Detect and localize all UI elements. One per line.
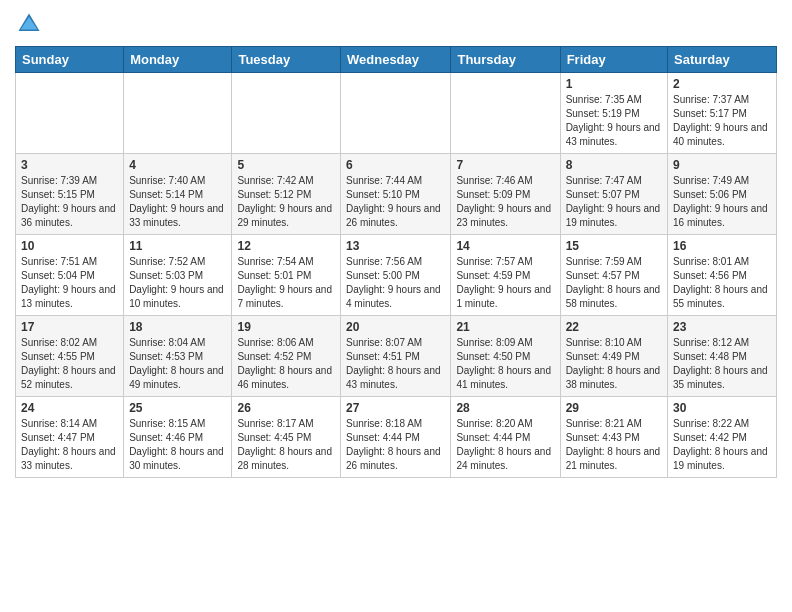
day-number: 17 bbox=[21, 320, 118, 334]
day-info: Sunrise: 8:09 AM Sunset: 4:50 PM Dayligh… bbox=[456, 336, 554, 392]
calendar-day-cell: 20Sunrise: 8:07 AM Sunset: 4:51 PM Dayli… bbox=[341, 316, 451, 397]
page-container: SundayMondayTuesdayWednesdayThursdayFrid… bbox=[0, 0, 792, 488]
day-info: Sunrise: 8:04 AM Sunset: 4:53 PM Dayligh… bbox=[129, 336, 226, 392]
calendar-day-cell bbox=[451, 73, 560, 154]
day-number: 7 bbox=[456, 158, 554, 172]
day-number: 16 bbox=[673, 239, 771, 253]
calendar-week-row: 1Sunrise: 7:35 AM Sunset: 5:19 PM Daylig… bbox=[16, 73, 777, 154]
day-info: Sunrise: 7:56 AM Sunset: 5:00 PM Dayligh… bbox=[346, 255, 445, 311]
calendar-week-row: 3Sunrise: 7:39 AM Sunset: 5:15 PM Daylig… bbox=[16, 154, 777, 235]
day-info: Sunrise: 7:46 AM Sunset: 5:09 PM Dayligh… bbox=[456, 174, 554, 230]
calendar-day-cell: 3Sunrise: 7:39 AM Sunset: 5:15 PM Daylig… bbox=[16, 154, 124, 235]
day-number: 25 bbox=[129, 401, 226, 415]
day-info: Sunrise: 7:42 AM Sunset: 5:12 PM Dayligh… bbox=[237, 174, 335, 230]
calendar-day-cell: 7Sunrise: 7:46 AM Sunset: 5:09 PM Daylig… bbox=[451, 154, 560, 235]
day-info: Sunrise: 8:01 AM Sunset: 4:56 PM Dayligh… bbox=[673, 255, 771, 311]
logo bbox=[15, 10, 45, 38]
day-info: Sunrise: 7:59 AM Sunset: 4:57 PM Dayligh… bbox=[566, 255, 662, 311]
calendar-day-cell: 14Sunrise: 7:57 AM Sunset: 4:59 PM Dayli… bbox=[451, 235, 560, 316]
day-info: Sunrise: 7:57 AM Sunset: 4:59 PM Dayligh… bbox=[456, 255, 554, 311]
calendar-day-cell: 9Sunrise: 7:49 AM Sunset: 5:06 PM Daylig… bbox=[668, 154, 777, 235]
day-number: 10 bbox=[21, 239, 118, 253]
calendar-day-cell: 28Sunrise: 8:20 AM Sunset: 4:44 PM Dayli… bbox=[451, 397, 560, 478]
day-number: 4 bbox=[129, 158, 226, 172]
day-info: Sunrise: 8:20 AM Sunset: 4:44 PM Dayligh… bbox=[456, 417, 554, 473]
calendar-day-cell: 30Sunrise: 8:22 AM Sunset: 4:42 PM Dayli… bbox=[668, 397, 777, 478]
day-number: 1 bbox=[566, 77, 662, 91]
day-number: 22 bbox=[566, 320, 662, 334]
day-info: Sunrise: 7:51 AM Sunset: 5:04 PM Dayligh… bbox=[21, 255, 118, 311]
calendar-day-cell: 8Sunrise: 7:47 AM Sunset: 5:07 PM Daylig… bbox=[560, 154, 667, 235]
day-number: 5 bbox=[237, 158, 335, 172]
day-number: 20 bbox=[346, 320, 445, 334]
header bbox=[15, 10, 777, 38]
day-number: 3 bbox=[21, 158, 118, 172]
day-of-week-header: Sunday bbox=[16, 47, 124, 73]
day-info: Sunrise: 8:06 AM Sunset: 4:52 PM Dayligh… bbox=[237, 336, 335, 392]
calendar-day-cell: 22Sunrise: 8:10 AM Sunset: 4:49 PM Dayli… bbox=[560, 316, 667, 397]
calendar-day-cell: 25Sunrise: 8:15 AM Sunset: 4:46 PM Dayli… bbox=[124, 397, 232, 478]
day-number: 28 bbox=[456, 401, 554, 415]
calendar-day-cell bbox=[124, 73, 232, 154]
day-info: Sunrise: 7:49 AM Sunset: 5:06 PM Dayligh… bbox=[673, 174, 771, 230]
day-info: Sunrise: 8:14 AM Sunset: 4:47 PM Dayligh… bbox=[21, 417, 118, 473]
day-info: Sunrise: 7:40 AM Sunset: 5:14 PM Dayligh… bbox=[129, 174, 226, 230]
day-number: 8 bbox=[566, 158, 662, 172]
calendar-week-row: 24Sunrise: 8:14 AM Sunset: 4:47 PM Dayli… bbox=[16, 397, 777, 478]
day-info: Sunrise: 7:54 AM Sunset: 5:01 PM Dayligh… bbox=[237, 255, 335, 311]
calendar-day-cell: 21Sunrise: 8:09 AM Sunset: 4:50 PM Dayli… bbox=[451, 316, 560, 397]
day-of-week-header: Monday bbox=[124, 47, 232, 73]
day-number: 27 bbox=[346, 401, 445, 415]
day-number: 14 bbox=[456, 239, 554, 253]
calendar-day-cell: 2Sunrise: 7:37 AM Sunset: 5:17 PM Daylig… bbox=[668, 73, 777, 154]
calendar-day-cell: 16Sunrise: 8:01 AM Sunset: 4:56 PM Dayli… bbox=[668, 235, 777, 316]
calendar-day-cell: 27Sunrise: 8:18 AM Sunset: 4:44 PM Dayli… bbox=[341, 397, 451, 478]
day-number: 21 bbox=[456, 320, 554, 334]
calendar-day-cell: 4Sunrise: 7:40 AM Sunset: 5:14 PM Daylig… bbox=[124, 154, 232, 235]
calendar-day-cell: 15Sunrise: 7:59 AM Sunset: 4:57 PM Dayli… bbox=[560, 235, 667, 316]
calendar-day-cell: 19Sunrise: 8:06 AM Sunset: 4:52 PM Dayli… bbox=[232, 316, 341, 397]
day-info: Sunrise: 8:21 AM Sunset: 4:43 PM Dayligh… bbox=[566, 417, 662, 473]
calendar-week-row: 17Sunrise: 8:02 AM Sunset: 4:55 PM Dayli… bbox=[16, 316, 777, 397]
day-number: 15 bbox=[566, 239, 662, 253]
day-info: Sunrise: 8:18 AM Sunset: 4:44 PM Dayligh… bbox=[346, 417, 445, 473]
day-of-week-header: Tuesday bbox=[232, 47, 341, 73]
day-info: Sunrise: 8:17 AM Sunset: 4:45 PM Dayligh… bbox=[237, 417, 335, 473]
day-number: 9 bbox=[673, 158, 771, 172]
day-of-week-header: Friday bbox=[560, 47, 667, 73]
day-info: Sunrise: 8:15 AM Sunset: 4:46 PM Dayligh… bbox=[129, 417, 226, 473]
day-info: Sunrise: 7:47 AM Sunset: 5:07 PM Dayligh… bbox=[566, 174, 662, 230]
calendar-day-cell: 10Sunrise: 7:51 AM Sunset: 5:04 PM Dayli… bbox=[16, 235, 124, 316]
day-number: 29 bbox=[566, 401, 662, 415]
day-info: Sunrise: 7:39 AM Sunset: 5:15 PM Dayligh… bbox=[21, 174, 118, 230]
day-number: 2 bbox=[673, 77, 771, 91]
calendar-day-cell: 18Sunrise: 8:04 AM Sunset: 4:53 PM Dayli… bbox=[124, 316, 232, 397]
day-info: Sunrise: 7:44 AM Sunset: 5:10 PM Dayligh… bbox=[346, 174, 445, 230]
day-number: 24 bbox=[21, 401, 118, 415]
day-number: 11 bbox=[129, 239, 226, 253]
calendar-day-cell: 29Sunrise: 8:21 AM Sunset: 4:43 PM Dayli… bbox=[560, 397, 667, 478]
calendar-day-cell: 24Sunrise: 8:14 AM Sunset: 4:47 PM Dayli… bbox=[16, 397, 124, 478]
day-number: 26 bbox=[237, 401, 335, 415]
calendar-day-cell: 23Sunrise: 8:12 AM Sunset: 4:48 PM Dayli… bbox=[668, 316, 777, 397]
day-number: 6 bbox=[346, 158, 445, 172]
day-info: Sunrise: 8:12 AM Sunset: 4:48 PM Dayligh… bbox=[673, 336, 771, 392]
calendar-day-cell: 1Sunrise: 7:35 AM Sunset: 5:19 PM Daylig… bbox=[560, 73, 667, 154]
calendar-day-cell: 11Sunrise: 7:52 AM Sunset: 5:03 PM Dayli… bbox=[124, 235, 232, 316]
calendar-day-cell: 26Sunrise: 8:17 AM Sunset: 4:45 PM Dayli… bbox=[232, 397, 341, 478]
day-number: 13 bbox=[346, 239, 445, 253]
calendar-day-cell bbox=[341, 73, 451, 154]
day-of-week-header: Wednesday bbox=[341, 47, 451, 73]
day-number: 12 bbox=[237, 239, 335, 253]
calendar-week-row: 10Sunrise: 7:51 AM Sunset: 5:04 PM Dayli… bbox=[16, 235, 777, 316]
day-number: 19 bbox=[237, 320, 335, 334]
day-info: Sunrise: 7:37 AM Sunset: 5:17 PM Dayligh… bbox=[673, 93, 771, 149]
day-number: 30 bbox=[673, 401, 771, 415]
day-info: Sunrise: 8:10 AM Sunset: 4:49 PM Dayligh… bbox=[566, 336, 662, 392]
day-info: Sunrise: 8:02 AM Sunset: 4:55 PM Dayligh… bbox=[21, 336, 118, 392]
logo-icon bbox=[15, 10, 43, 38]
day-info: Sunrise: 8:22 AM Sunset: 4:42 PM Dayligh… bbox=[673, 417, 771, 473]
day-number: 23 bbox=[673, 320, 771, 334]
calendar-day-cell: 12Sunrise: 7:54 AM Sunset: 5:01 PM Dayli… bbox=[232, 235, 341, 316]
day-info: Sunrise: 7:35 AM Sunset: 5:19 PM Dayligh… bbox=[566, 93, 662, 149]
